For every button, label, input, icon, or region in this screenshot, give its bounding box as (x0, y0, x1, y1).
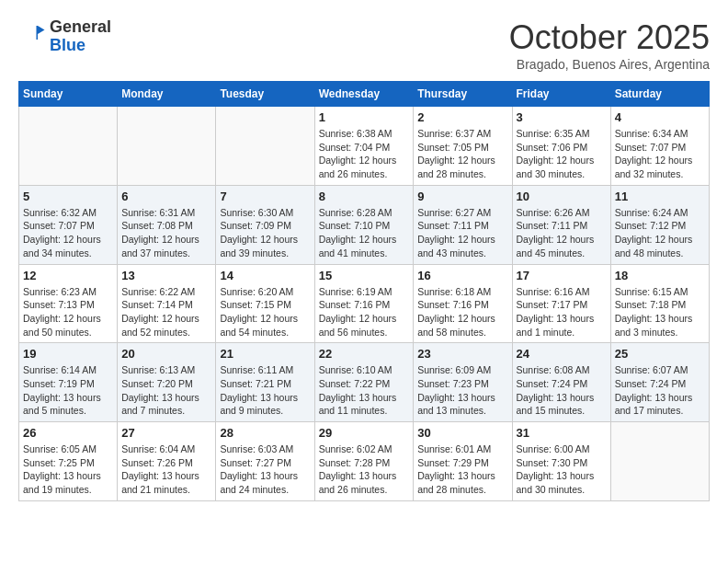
day-number: 7 (220, 190, 310, 203)
day-number: 31 (517, 426, 607, 440)
day-number: 1 (319, 110, 410, 124)
calendar-cell: 18Sunrise: 6:15 AMSunset: 7:18 PMDayligh… (610, 264, 709, 343)
weekday-header: Thursday (414, 82, 512, 107)
day-info: Sunrise: 6:13 AMSunset: 7:20 PMDaylight:… (121, 363, 211, 418)
day-number: 27 (121, 426, 211, 440)
calendar-cell: 25Sunrise: 6:07 AMSunset: 7:24 PMDayligh… (610, 343, 709, 422)
day-number: 19 (23, 347, 113, 361)
day-info: Sunrise: 6:09 AMSunset: 7:23 PMDaylight:… (417, 363, 507, 418)
day-info: Sunrise: 6:07 AMSunset: 7:24 PMDaylight:… (615, 363, 705, 418)
day-number: 24 (517, 347, 607, 361)
day-number: 3 (517, 110, 607, 124)
day-info: Sunrise: 6:32 AMSunset: 7:07 PMDaylight:… (23, 206, 113, 260)
logo-icon (18, 23, 46, 51)
day-info: Sunrise: 6:03 AMSunset: 7:27 PMDaylight:… (220, 442, 310, 497)
calendar-cell: 1Sunrise: 6:38 AMSunset: 7:04 PMDaylight… (314, 107, 414, 186)
day-info: Sunrise: 6:35 AMSunset: 7:06 PMDaylight:… (517, 127, 607, 181)
day-info: Sunrise: 6:11 AMSunset: 7:21 PMDaylight:… (220, 363, 310, 418)
calendar-cell: 16Sunrise: 6:18 AMSunset: 7:16 PMDayligh… (414, 264, 512, 343)
calendar-cell: 11Sunrise: 6:24 AMSunset: 7:12 PMDayligh… (610, 185, 709, 264)
day-number: 11 (615, 190, 705, 203)
day-info: Sunrise: 6:38 AMSunset: 7:04 PMDaylight:… (319, 127, 410, 181)
calendar-cell: 4Sunrise: 6:34 AMSunset: 7:07 PMDaylight… (610, 107, 709, 186)
calendar-cell: 2Sunrise: 6:37 AMSunset: 7:05 PMDaylight… (414, 107, 512, 186)
calendar-week-row: 19Sunrise: 6:14 AMSunset: 7:19 PMDayligh… (19, 343, 710, 422)
day-number: 6 (121, 190, 211, 203)
day-number: 4 (615, 110, 705, 124)
calendar-cell: 21Sunrise: 6:11 AMSunset: 7:21 PMDayligh… (216, 343, 314, 422)
logo-text: General Blue (50, 18, 111, 55)
day-info: Sunrise: 6:15 AMSunset: 7:18 PMDaylight:… (615, 285, 705, 339)
svg-rect-2 (37, 26, 39, 40)
calendar-cell: 24Sunrise: 6:08 AMSunset: 7:24 PMDayligh… (512, 343, 610, 422)
day-number: 25 (615, 347, 705, 361)
day-info: Sunrise: 6:27 AMSunset: 7:11 PMDaylight:… (417, 206, 507, 260)
calendar-cell: 23Sunrise: 6:09 AMSunset: 7:23 PMDayligh… (414, 343, 512, 422)
weekday-header: Sunday (19, 82, 118, 107)
day-info: Sunrise: 6:02 AMSunset: 7:28 PMDaylight:… (319, 442, 410, 497)
day-number: 28 (220, 426, 310, 440)
month-title: October 2025 (509, 18, 710, 57)
calendar-cell: 12Sunrise: 6:23 AMSunset: 7:13 PMDayligh… (19, 264, 118, 343)
day-number: 10 (517, 190, 607, 203)
svg-rect-0 (18, 23, 46, 51)
day-number: 23 (417, 347, 507, 361)
calendar-week-row: 26Sunrise: 6:05 AMSunset: 7:25 PMDayligh… (19, 422, 710, 501)
day-number: 16 (417, 269, 507, 282)
day-info: Sunrise: 6:00 AMSunset: 7:30 PMDaylight:… (517, 442, 607, 497)
calendar-cell: 30Sunrise: 6:01 AMSunset: 7:29 PMDayligh… (414, 422, 512, 501)
calendar-cell: 15Sunrise: 6:19 AMSunset: 7:16 PMDayligh… (314, 264, 414, 343)
calendar-cell: 29Sunrise: 6:02 AMSunset: 7:28 PMDayligh… (314, 422, 414, 501)
day-info: Sunrise: 6:30 AMSunset: 7:09 PMDaylight:… (220, 206, 310, 260)
day-info: Sunrise: 6:08 AMSunset: 7:24 PMDaylight:… (517, 363, 607, 418)
weekday-header: Friday (512, 82, 610, 107)
day-info: Sunrise: 6:01 AMSunset: 7:29 PMDaylight:… (417, 442, 507, 497)
calendar-cell: 14Sunrise: 6:20 AMSunset: 7:15 PMDayligh… (216, 264, 314, 343)
day-info: Sunrise: 6:18 AMSunset: 7:16 PMDaylight:… (417, 285, 507, 339)
calendar-cell: 19Sunrise: 6:14 AMSunset: 7:19 PMDayligh… (19, 343, 118, 422)
day-number: 21 (220, 347, 310, 361)
day-number: 5 (23, 190, 113, 203)
calendar-cell: 9Sunrise: 6:27 AMSunset: 7:11 PMDaylight… (414, 185, 512, 264)
weekday-header: Saturday (610, 82, 709, 107)
calendar-cell (216, 107, 314, 186)
day-number: 2 (417, 110, 507, 124)
calendar-week-row: 5Sunrise: 6:32 AMSunset: 7:07 PMDaylight… (19, 185, 710, 264)
calendar-cell (19, 107, 118, 186)
calendar-cell: 28Sunrise: 6:03 AMSunset: 7:27 PMDayligh… (216, 422, 314, 501)
day-info: Sunrise: 6:22 AMSunset: 7:14 PMDaylight:… (121, 285, 211, 339)
day-info: Sunrise: 6:37 AMSunset: 7:05 PMDaylight:… (417, 127, 507, 181)
day-number: 14 (220, 269, 310, 282)
calendar-cell: 22Sunrise: 6:10 AMSunset: 7:22 PMDayligh… (314, 343, 414, 422)
calendar-cell: 26Sunrise: 6:05 AMSunset: 7:25 PMDayligh… (19, 422, 118, 501)
day-number: 15 (319, 269, 410, 282)
calendar-cell: 31Sunrise: 6:00 AMSunset: 7:30 PMDayligh… (512, 422, 610, 501)
day-number: 8 (319, 190, 410, 203)
calendar-cell (610, 422, 709, 501)
calendar-cell: 27Sunrise: 6:04 AMSunset: 7:26 PMDayligh… (118, 422, 216, 501)
logo: General Blue (18, 18, 111, 55)
day-info: Sunrise: 6:31 AMSunset: 7:08 PMDaylight:… (121, 206, 211, 260)
calendar-cell (118, 107, 216, 186)
weekday-header: Tuesday (216, 82, 314, 107)
calendar-cell: 5Sunrise: 6:32 AMSunset: 7:07 PMDaylight… (19, 185, 118, 264)
location: Bragado, Buenos Aires, Argentina (509, 57, 710, 72)
day-info: Sunrise: 6:26 AMSunset: 7:11 PMDaylight:… (517, 206, 607, 260)
day-info: Sunrise: 6:10 AMSunset: 7:22 PMDaylight:… (319, 363, 410, 418)
calendar-cell: 17Sunrise: 6:16 AMSunset: 7:17 PMDayligh… (512, 264, 610, 343)
calendar-cell: 3Sunrise: 6:35 AMSunset: 7:06 PMDaylight… (512, 107, 610, 186)
day-number: 26 (23, 426, 113, 440)
calendar-week-row: 12Sunrise: 6:23 AMSunset: 7:13 PMDayligh… (19, 264, 710, 343)
calendar-header-row: SundayMondayTuesdayWednesdayThursdayFrid… (19, 82, 710, 107)
day-number: 9 (417, 190, 507, 203)
calendar-cell: 10Sunrise: 6:26 AMSunset: 7:11 PMDayligh… (512, 185, 610, 264)
day-number: 18 (615, 269, 705, 282)
day-info: Sunrise: 6:34 AMSunset: 7:07 PMDaylight:… (615, 127, 705, 181)
calendar-cell: 6Sunrise: 6:31 AMSunset: 7:08 PMDaylight… (118, 185, 216, 264)
calendar-cell: 7Sunrise: 6:30 AMSunset: 7:09 PMDaylight… (216, 185, 314, 264)
day-number: 30 (417, 426, 507, 440)
day-number: 13 (121, 269, 211, 282)
weekday-header: Monday (118, 82, 216, 107)
day-info: Sunrise: 6:28 AMSunset: 7:10 PMDaylight:… (319, 206, 410, 260)
day-number: 12 (23, 269, 113, 282)
